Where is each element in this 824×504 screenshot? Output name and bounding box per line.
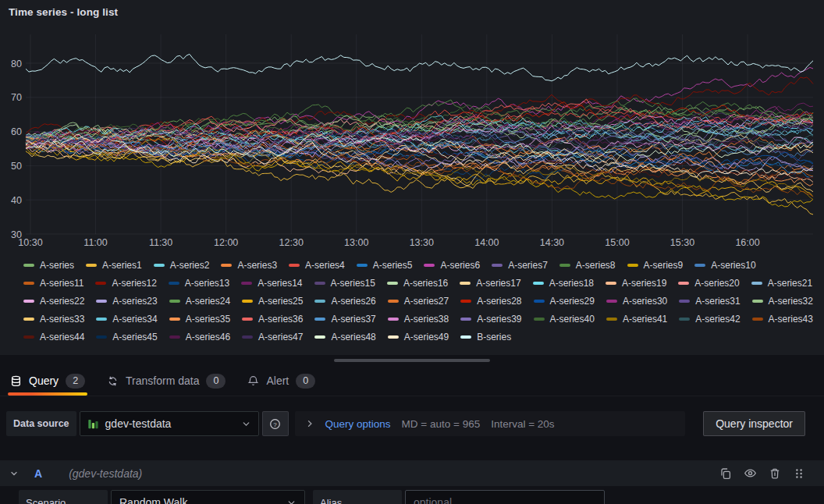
- legend-item[interactable]: A-series24: [169, 294, 230, 308]
- legend-item[interactable]: A-series20: [678, 276, 739, 290]
- legend-item[interactable]: A-series39: [460, 312, 521, 326]
- hide-query-button[interactable]: [744, 467, 757, 480]
- legend-swatch: [169, 282, 179, 285]
- time-series-chart[interactable]: 30405060708010:3011:0011:3012:0012:3013:…: [0, 22, 824, 256]
- legend-item[interactable]: A-series46: [169, 330, 230, 344]
- tab-query[interactable]: Query 2: [6, 366, 89, 396]
- datasource-help-button[interactable]: ?: [262, 411, 289, 436]
- legend-item[interactable]: A-series14: [241, 276, 302, 290]
- x-tick-label: 10:30: [18, 237, 42, 248]
- legend-item[interactable]: A-series34: [96, 312, 157, 326]
- legend-item[interactable]: A-series40: [534, 312, 595, 326]
- legend-item[interactable]: B-series: [460, 330, 511, 344]
- legend-label: A-series3: [237, 260, 277, 271]
- legend-item[interactable]: A-series48: [314, 330, 375, 344]
- x-tick-label: 15:30: [670, 237, 694, 248]
- legend-label: A-series34: [112, 314, 157, 325]
- legend-item[interactable]: A-series36: [242, 312, 303, 326]
- legend-item[interactable]: A-series35: [169, 312, 230, 326]
- legend-item[interactable]: A-series26: [314, 294, 375, 308]
- x-tick-label: 15:00: [605, 237, 629, 248]
- legend-item[interactable]: A-series5: [357, 258, 413, 272]
- tab-alert-count: 0: [296, 374, 315, 389]
- legend-label: A-series25: [258, 296, 303, 307]
- legend-item[interactable]: A-series17: [460, 276, 520, 290]
- legend-swatch: [23, 318, 34, 321]
- legend-item[interactable]: A-series41: [606, 312, 667, 326]
- legend-item[interactable]: A-series29: [534, 294, 595, 308]
- legend-item[interactable]: A-series45: [96, 330, 157, 344]
- x-tick-label: 12:00: [214, 237, 238, 248]
- y-tick-label: 70: [11, 92, 22, 103]
- legend-item[interactable]: A-series27: [388, 294, 449, 308]
- legend-swatch: [23, 335, 34, 339]
- legend-swatch: [606, 282, 616, 285]
- eye-icon: [744, 467, 757, 480]
- legend-item[interactable]: A-series8: [559, 258, 616, 272]
- legend-swatch: [221, 264, 232, 267]
- legend-item[interactable]: A-series49: [388, 330, 449, 344]
- legend-item[interactable]: A-series47: [242, 330, 303, 344]
- legend-item[interactable]: A-series18: [533, 276, 594, 290]
- legend-swatch: [154, 264, 165, 267]
- legend-item[interactable]: A-series16: [387, 276, 448, 290]
- legend-item[interactable]: A-series28: [460, 294, 521, 308]
- legend-item[interactable]: A-series15: [314, 276, 375, 290]
- legend-item[interactable]: A-series32: [752, 294, 813, 308]
- legend-label: A-series49: [404, 332, 449, 343]
- legend-item[interactable]: A-series22: [23, 294, 84, 308]
- legend-item[interactable]: A-series13: [169, 276, 229, 290]
- legend-item[interactable]: A-series30: [606, 294, 667, 308]
- query-inspector-button[interactable]: Query inspector: [703, 411, 805, 436]
- collapse-caret-icon[interactable]: [9, 469, 19, 478]
- legend-swatch: [388, 318, 399, 321]
- legend-item[interactable]: A-series23: [96, 294, 157, 308]
- legend-item[interactable]: A-series21: [751, 276, 812, 290]
- legend-item[interactable]: A-series11: [23, 276, 83, 290]
- legend-label: A-series43: [769, 314, 813, 325]
- legend-label: A-series44: [40, 332, 84, 343]
- y-tick-label: 60: [11, 126, 22, 137]
- legend-item[interactable]: A-series10: [694, 258, 755, 272]
- scenario-select[interactable]: Random Walk: [111, 490, 305, 504]
- splitter-drag-handle[interactable]: [334, 359, 490, 362]
- legend-item[interactable]: A-series7: [492, 258, 548, 272]
- legend-item[interactable]: A-series42: [679, 312, 740, 326]
- legend-item[interactable]: A-series37: [314, 312, 375, 326]
- alias-input[interactable]: [405, 490, 605, 504]
- legend-item[interactable]: A-series44: [23, 330, 84, 344]
- x-tick-label: 13:00: [344, 237, 368, 248]
- legend-item[interactable]: A-series19: [606, 276, 666, 290]
- legend-item[interactable]: A-series31: [679, 294, 740, 308]
- legend-label: A-series19: [622, 278, 666, 289]
- tab-transform-data[interactable]: Transform data 0: [103, 366, 229, 396]
- legend-item[interactable]: A-series43: [752, 312, 813, 326]
- bell-icon: [247, 375, 259, 387]
- legend-swatch: [96, 335, 107, 339]
- duplicate-query-button[interactable]: [719, 467, 732, 480]
- legend-item[interactable]: A-series12: [95, 276, 156, 290]
- tab-alert[interactable]: Alert 0: [243, 366, 319, 396]
- legend-item[interactable]: A-series33: [23, 312, 84, 326]
- trash-icon: [769, 467, 781, 480]
- svg-text:?: ?: [273, 421, 277, 428]
- query-options-toggle[interactable]: Query options MD = auto = 965 Interval =…: [295, 411, 685, 436]
- testdata-bars-icon: [87, 418, 99, 430]
- legend-item[interactable]: A-series3: [221, 258, 277, 272]
- legend-item[interactable]: A-series: [23, 258, 74, 272]
- legend-item[interactable]: A-series9: [627, 258, 684, 272]
- legend-item[interactable]: A-series1: [86, 258, 142, 272]
- drag-query-handle[interactable]: [793, 467, 805, 480]
- x-tick-label: 14:00: [474, 237, 499, 248]
- legend-item[interactable]: A-series2: [154, 258, 210, 272]
- legend-item[interactable]: A-series6: [424, 258, 480, 272]
- legend-item[interactable]: A-series38: [388, 312, 449, 326]
- legend-item[interactable]: A-series4: [289, 258, 345, 272]
- query-toolbar: Data source gdev-testdata ? Query option…: [6, 411, 818, 436]
- datasource-picker[interactable]: gdev-testdata: [80, 411, 259, 436]
- legend-swatch: [679, 300, 690, 303]
- legend-item[interactable]: A-series25: [242, 294, 303, 308]
- legend-swatch: [96, 318, 107, 321]
- delete-query-button[interactable]: [769, 467, 781, 480]
- panel-title[interactable]: Time series - long list: [0, 0, 824, 18]
